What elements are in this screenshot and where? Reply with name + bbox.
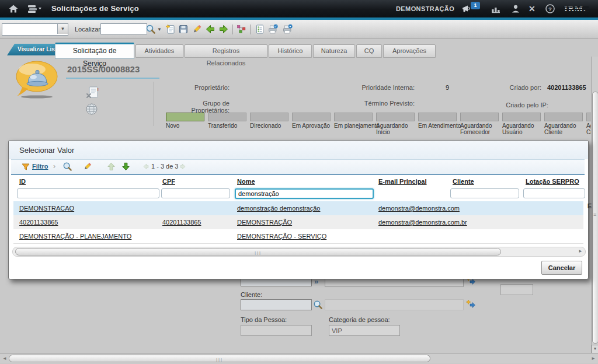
cell-nome[interactable]: demonstração demonstração xyxy=(237,205,320,212)
table-row[interactable]: 40201133865 40201133865 DEMONSTRAÇÃO dem… xyxy=(13,215,583,230)
account-name: DEMONSTRAÇÃO xyxy=(396,5,454,12)
filter-input-id[interactable] xyxy=(17,188,159,198)
cliente-input[interactable] xyxy=(241,299,312,310)
status-stage: Aguardando Usuário xyxy=(502,113,544,135)
filter-input-cpf[interactable] xyxy=(161,188,230,198)
column-header-email: E-mail Principal xyxy=(378,178,427,185)
tab-aprovacoes[interactable]: Aprovações xyxy=(383,44,436,58)
print-icon[interactable] xyxy=(267,24,278,34)
tab-cq[interactable]: CQ xyxy=(356,44,382,58)
cell-id[interactable]: 40201133865 xyxy=(19,219,58,226)
detail-menu-icon[interactable] xyxy=(466,299,476,309)
scroll-down-arrow[interactable]: ▼ xyxy=(592,345,598,354)
vertical-scrollbar-thumb[interactable]: ≡ xyxy=(592,92,598,344)
prioridade-interna-label: Prioridade Interna: xyxy=(350,84,415,91)
ibm-logo: IBM. xyxy=(564,4,586,14)
cliente-label: Cliente: xyxy=(241,291,262,298)
cell-email[interactable]: demonstra@demonstra.com.br xyxy=(378,219,467,226)
help-icon[interactable]: ? xyxy=(545,4,555,14)
tab-historico[interactable]: Histórico xyxy=(269,44,312,58)
chevron-down-icon[interactable]: ▼ xyxy=(57,24,68,34)
bottom-horizontal-scrollbar[interactable]: ◄ ||| ► xyxy=(0,353,598,363)
dialog-horizontal-scrollbar[interactable]: ||| xyxy=(12,247,586,257)
status-box xyxy=(292,113,331,121)
cell-id[interactable]: DEMONSTRAÇÃO - PLANEJAMENTO xyxy=(19,233,131,240)
search-menu-caret-icon[interactable]: ▼ xyxy=(157,27,162,32)
next-record-icon[interactable] xyxy=(218,24,229,34)
goto-menu-icon[interactable] xyxy=(27,4,42,14)
filter-input-cliente[interactable] xyxy=(450,188,519,198)
horizontal-scrollbar-thumb[interactable]: ||| xyxy=(9,355,430,362)
filter-input-lotacao[interactable] xyxy=(523,188,585,198)
cliente-search-icon[interactable] xyxy=(313,300,323,310)
action-combobox[interactable]: ▼ xyxy=(2,23,68,36)
column-header-cpf[interactable]: CPF xyxy=(162,178,175,185)
reports-chart-icon[interactable] xyxy=(491,4,501,14)
column-header-id[interactable]: ID xyxy=(19,178,26,185)
page-up-arrow-icon-disabled xyxy=(106,162,116,172)
pager-count: 1 - 3 de 3 xyxy=(151,163,178,170)
filtro-link[interactable]: Filtro xyxy=(32,163,48,170)
column-header-cliente[interactable]: Cliente xyxy=(453,178,474,185)
vertical-scrollbar[interactable]: ≡ xyxy=(591,57,598,353)
filter-icon[interactable] xyxy=(22,163,30,170)
scroll-right-arrow[interactable]: ► xyxy=(591,356,596,362)
categoria-pessoa-input[interactable] xyxy=(329,325,400,336)
clear-changes-icon[interactable] xyxy=(192,24,202,34)
service-request-avatar xyxy=(14,60,60,102)
new-record-icon[interactable] xyxy=(165,24,176,34)
home-icon[interactable] xyxy=(8,4,19,14)
status-stage: Aguardando Cliente xyxy=(544,113,586,135)
cell-id[interactable]: DEMONSTRACAO xyxy=(19,205,74,212)
long-description-icon[interactable]: ! xyxy=(85,86,99,100)
search-icon[interactable] xyxy=(145,24,156,34)
save-icon[interactable] xyxy=(178,24,189,34)
scroll-right-arrow[interactable]: ► xyxy=(578,249,583,254)
workflow-icon[interactable] xyxy=(236,24,246,34)
localizar-input[interactable] xyxy=(100,23,147,34)
globe-icon[interactable] xyxy=(85,103,98,116)
tipo-pessoa-input[interactable] xyxy=(241,325,312,336)
column-header-nome[interactable]: Nome xyxy=(237,178,255,185)
table-row[interactable]: DEMONSTRACAO demonstração demonstração d… xyxy=(13,201,583,216)
clipped-text-fragment: E xyxy=(587,202,592,209)
application-window: Solicitações de Serviço DEMONSTRAÇÃO 1 ✕… xyxy=(0,0,598,364)
print-with-attachments-icon[interactable] xyxy=(282,24,293,34)
report-list-icon[interactable] xyxy=(255,24,265,34)
criado-pelo-ip-label: Criado pelo IP: xyxy=(502,102,548,108)
cell-nome[interactable]: DEMONSTRAÇÃO - SERVIÇO xyxy=(237,233,326,240)
tab-natureza[interactable]: Natureza xyxy=(313,44,355,58)
status-box xyxy=(544,113,583,121)
header-divider xyxy=(154,82,154,126)
edit-pencil-icon[interactable] xyxy=(82,162,92,172)
criado-por-label: Criado por: xyxy=(502,84,541,91)
signout-close-icon[interactable]: ✕ xyxy=(529,4,536,13)
table-search-icon[interactable] xyxy=(62,162,72,172)
clipped-readonly-field xyxy=(500,284,533,295)
tab-atividades[interactable]: Atividades xyxy=(135,44,183,58)
status-box xyxy=(460,113,499,121)
column-header-lotacao-serpro[interactable]: Lotação SERPRO xyxy=(526,178,579,185)
cell-nome[interactable]: DEMONSTRAÇÃO xyxy=(237,219,292,226)
previous-record-icon[interactable] xyxy=(205,24,215,34)
tab-solicitacao-de-servico[interactable]: Solicitação de Serviço xyxy=(55,43,134,59)
scroll-left-arrow[interactable]: ◄ xyxy=(2,356,7,362)
selecionar-valor-dialog: Selecionar Valor Filtro › 1 - 3 de 3 ID … xyxy=(8,140,589,279)
cell-cpf[interactable]: 40201133865 xyxy=(162,219,201,226)
pager-previous-icon-disabled xyxy=(142,163,150,170)
status-stage: Aguardando Início xyxy=(376,113,418,135)
tab-registros-relacionados[interactable]: Registros Relacionados xyxy=(185,44,267,58)
table-row[interactable]: DEMONSTRAÇÃO - PLANEJAMENTO DEMONSTRAÇÃO… xyxy=(13,229,583,244)
cell-email[interactable]: demonstra@demonstra.com xyxy=(378,205,460,212)
cancel-button[interactable]: Cancelar xyxy=(541,261,582,275)
filter-input-nome[interactable] xyxy=(235,188,374,199)
status-stage: Em Atendimento xyxy=(418,113,460,129)
toolbar-divider xyxy=(232,24,233,34)
grupo-proprietarios-label: Grupo de Proprietários: xyxy=(164,100,230,114)
page-down-arrow-icon[interactable] xyxy=(121,162,131,172)
scroll-grip: ||| xyxy=(255,250,262,256)
status-box xyxy=(250,113,288,121)
notification-badge[interactable]: 1 xyxy=(471,2,480,9)
profile-person-icon[interactable] xyxy=(510,4,521,14)
dialog-scrollbar-thumb[interactable]: ||| xyxy=(15,248,501,256)
